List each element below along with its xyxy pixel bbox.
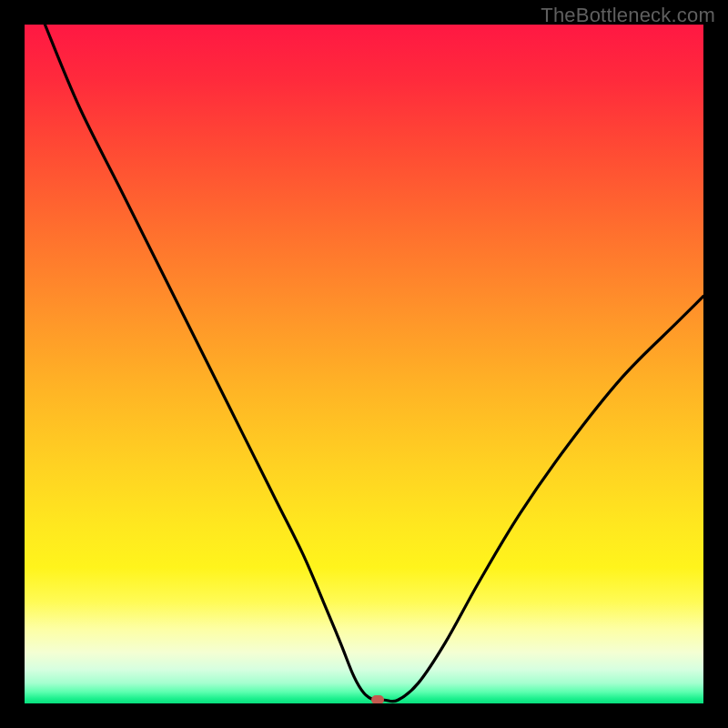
curve-svg bbox=[25, 25, 703, 703]
plot-area bbox=[25, 25, 703, 703]
bottleneck-curve bbox=[45, 25, 703, 702]
chart-frame: TheBottleneck.com bbox=[0, 0, 728, 728]
watermark-text: TheBottleneck.com bbox=[541, 4, 715, 27]
optimal-point-marker bbox=[371, 695, 384, 703]
